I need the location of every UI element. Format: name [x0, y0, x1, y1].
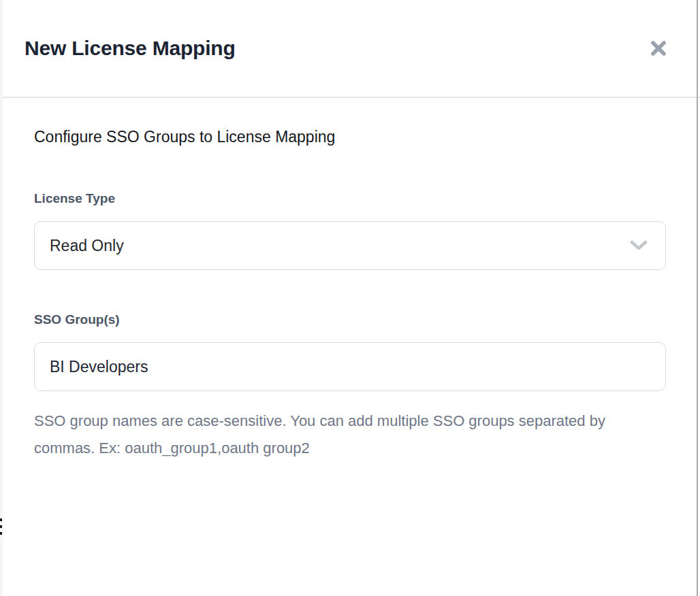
background-peek	[0, 532, 2, 535]
license-type-select[interactable]: Read Only	[34, 221, 666, 270]
modal-right-edge	[697, 0, 698, 596]
dialog-title: New License Mapping	[25, 37, 236, 60]
chevron-down-icon	[630, 239, 648, 252]
sso-groups-label: SSO Group(s)	[34, 312, 666, 327]
new-license-mapping-dialog: New License Mapping Configure SSO Groups…	[0, 0, 700, 596]
background-page-edge	[0, 0, 3, 596]
license-type-selected-value: Read Only	[50, 237, 124, 255]
background-peek	[0, 525, 2, 528]
background-peek	[0, 518, 2, 521]
dialog-header: New License Mapping	[0, 0, 700, 98]
license-type-label: License Type	[34, 191, 666, 206]
dialog-body: Configure SSO Groups to License Mapping …	[0, 98, 700, 462]
sso-groups-input[interactable]	[34, 342, 666, 391]
dialog-subheading: Configure SSO Groups to License Mapping	[34, 128, 666, 146]
close-icon	[649, 39, 668, 58]
modal-overlay: New License Mapping Configure SSO Groups…	[0, 0, 700, 596]
sso-groups-help-text: SSO group names are case-sensitive. You …	[34, 408, 633, 462]
close-button[interactable]	[647, 37, 670, 60]
